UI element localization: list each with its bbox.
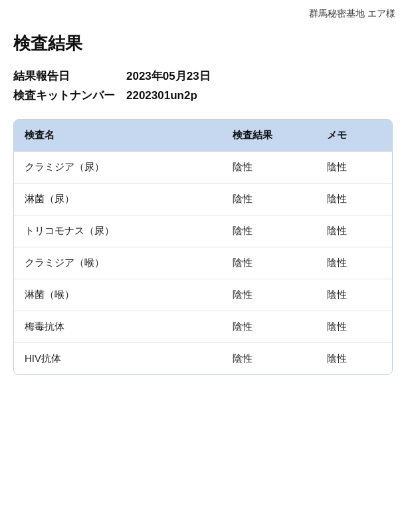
cell-test-result: 陰性 <box>222 184 316 215</box>
cell-test-name: クラミジア（尿） <box>14 152 222 184</box>
cell-test-result: 陰性 <box>222 215 316 247</box>
cell-test-result: 陰性 <box>222 279 316 311</box>
table-row: トリコモナス（尿）陰性陰性 <box>14 215 392 247</box>
report-date-value: 2023年05月23日 <box>126 68 211 84</box>
meta-section: 結果報告日 2023年05月23日 検査キットナンバー 2202301un2p <box>13 68 393 103</box>
cell-test-name: 淋菌（尿） <box>14 184 222 215</box>
cell-test-result: 陰性 <box>222 311 316 343</box>
table-row: HIV抗体陰性陰性 <box>14 343 392 375</box>
cell-test-memo: 陰性 <box>316 279 392 311</box>
cell-test-result: 陰性 <box>222 152 316 184</box>
cell-test-memo: 陰性 <box>316 184 392 215</box>
table-row: クラミジア（尿）陰性陰性 <box>14 152 392 184</box>
cell-test-memo: 陰性 <box>316 311 392 343</box>
main-content: 検査結果 結果報告日 2023年05月23日 検査キットナンバー 2202301… <box>0 24 406 388</box>
cell-test-name: 梅毒抗体 <box>14 311 222 343</box>
cell-test-name: HIV抗体 <box>14 343 222 375</box>
col-header-result: 検査結果 <box>222 120 316 152</box>
page-title: 検査結果 <box>13 32 393 55</box>
kit-number-label: 検査キットナンバー <box>13 88 126 103</box>
report-date-row: 結果報告日 2023年05月23日 <box>13 68 393 84</box>
col-header-memo: メモ <box>316 120 392 152</box>
results-table: 検査名 検査結果 メモ クラミジア（尿）陰性陰性淋菌（尿）陰性陰性トリコモナス（… <box>14 120 392 374</box>
report-date-label: 結果報告日 <box>13 68 126 84</box>
kit-number-row: 検査キットナンバー 2202301un2p <box>13 88 393 103</box>
kit-number-value: 2202301un2p <box>126 89 197 102</box>
cell-test-memo: 陰性 <box>316 343 392 375</box>
cell-test-memo: 陰性 <box>316 215 392 247</box>
cell-test-result: 陰性 <box>222 247 316 279</box>
table-header-row: 検査名 検査結果 メモ <box>14 120 392 152</box>
cell-test-memo: 陰性 <box>316 152 392 184</box>
table-row: 淋菌（喉）陰性陰性 <box>14 279 392 311</box>
cell-test-name: トリコモナス（尿） <box>14 215 222 247</box>
col-header-name: 検査名 <box>14 120 222 152</box>
table-row: 淋菌（尿）陰性陰性 <box>14 184 392 215</box>
cell-test-result: 陰性 <box>222 343 316 375</box>
top-bar: 群馬秘密基地 エア様 <box>0 0 406 24</box>
cell-test-memo: 陰性 <box>316 247 392 279</box>
cell-test-name: クラミジア（喉） <box>14 247 222 279</box>
cell-test-name: 淋菌（喉） <box>14 279 222 311</box>
table-row: 梅毒抗体陰性陰性 <box>14 311 392 343</box>
user-info: 群馬秘密基地 エア様 <box>309 8 395 20</box>
table-row: クラミジア（喉）陰性陰性 <box>14 247 392 279</box>
results-table-wrapper: 検査名 検査結果 メモ クラミジア（尿）陰性陰性淋菌（尿）陰性陰性トリコモナス（… <box>13 119 393 375</box>
